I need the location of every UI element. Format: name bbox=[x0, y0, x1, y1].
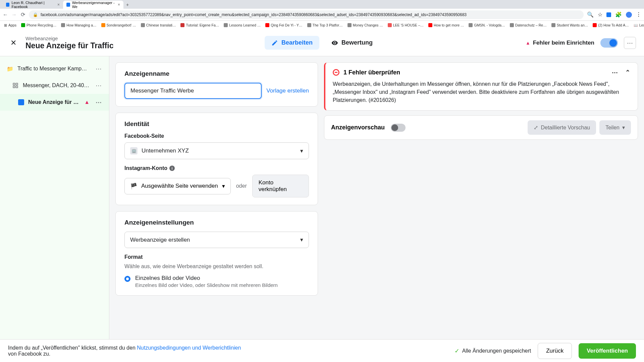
browser-tab[interactable]: Werbeanzeigenmanager - We × bbox=[63, 1, 123, 9]
tab-strip: Leon R. Chaudhari | Facebook × Werbeanze… bbox=[0, 0, 644, 9]
footer: Indem du auf „Veröffentlichen" klickst, … bbox=[0, 339, 644, 362]
chevron-down-icon: ▾ bbox=[300, 147, 303, 155]
more-icon[interactable]: ⋯ bbox=[94, 65, 104, 72]
info-icon[interactable]: i bbox=[169, 166, 175, 171]
url-text: facebook.com/adsmanager/manage/ads/edit?… bbox=[41, 12, 467, 17]
extension-icon[interactable] bbox=[606, 12, 611, 17]
button-label: Detaillierte Vorschau bbox=[541, 125, 590, 131]
zoom-icon[interactable]: 🔍 bbox=[587, 11, 594, 18]
menu-icon[interactable]: ⋮ bbox=[636, 11, 641, 18]
fb-page-select[interactable]: 🏢 Unternehmen XYZ ▾ bbox=[124, 142, 309, 159]
bookmark-item[interactable]: Tutorial: Eigene Fa… bbox=[180, 23, 219, 27]
saved-label: Alle Änderungen gespeichert bbox=[462, 348, 531, 354]
ig-select[interactable]: 🏴 Ausgewählte Seite verwenden ▾ bbox=[124, 178, 231, 194]
bookmarks-bar: ⊞ Apps Phone Recycling… How Managing a… … bbox=[0, 21, 644, 29]
preview-bar: Anzeigenvorschau ⤢ Detaillierte Vorschau… bbox=[324, 115, 638, 140]
sidebar-item-campaign[interactable]: 📁 Traffic to Messenger Kampa… ⋯ bbox=[0, 60, 109, 77]
ad-name-input[interactable] bbox=[124, 83, 262, 99]
sidebar-item-adset[interactable]: Messenger, DACH, 20-40, … ⋯ bbox=[0, 77, 109, 94]
lock-icon: 🔒 bbox=[33, 12, 38, 17]
bookmark-item[interactable]: Sonderangebot! … bbox=[101, 23, 136, 27]
folder-icon: 📁 bbox=[7, 65, 13, 72]
bookmark-item[interactable]: How Managing a… bbox=[61, 23, 96, 27]
error-panel: 1 Fehler überprüfen ⋯ ⌃ Werbeanzeigen, d… bbox=[324, 62, 638, 111]
dots-icon[interactable]: ⋯ bbox=[612, 69, 618, 76]
bookmark-item[interactable]: Chinese translati… bbox=[141, 23, 176, 27]
sidebar-label: Neue Anzeige für Tr… bbox=[28, 99, 80, 105]
bookmark-item[interactable]: Datenschutz – Re… bbox=[510, 23, 547, 27]
more-icon[interactable]: ⋯ bbox=[94, 82, 104, 89]
avatar-icon[interactable] bbox=[626, 12, 632, 18]
detailed-preview-button[interactable]: ⤢ Detaillierte Vorschau bbox=[528, 120, 596, 135]
url-bar[interactable]: 🔒 facebook.com/adsmanager/manage/ads/edi… bbox=[29, 10, 584, 19]
tab-edit[interactable]: Bearbeiten bbox=[265, 36, 319, 50]
close-button[interactable]: ✕ bbox=[8, 38, 19, 48]
flag-icon: 🏴 bbox=[130, 183, 137, 190]
terms-link[interactable]: Nutzungsbedingungen und Werberichtlinien bbox=[137, 345, 241, 351]
link-account-button[interactable]: Konto verknüpfen bbox=[252, 175, 309, 197]
bookmark-item[interactable]: Phone Recycling… bbox=[21, 23, 56, 27]
ad-icon bbox=[18, 99, 24, 105]
facebook-icon bbox=[66, 3, 70, 7]
create-template-link[interactable]: Vorlage erstellen bbox=[266, 87, 309, 94]
facebook-icon bbox=[6, 3, 9, 7]
bookmark-item[interactable]: (2) How To Add A… bbox=[593, 23, 629, 27]
more-button[interactable]: ⋯ bbox=[624, 37, 636, 49]
ad-type-select[interactable]: Werbeanzeige erstellen ▾ bbox=[124, 232, 309, 248]
share-button[interactable]: Teilen ▾ bbox=[599, 120, 631, 135]
new-tab-button[interactable]: + bbox=[123, 1, 131, 9]
saved-indicator: ✓ Alle Änderungen gespeichert bbox=[454, 347, 531, 355]
bookmark-item[interactable]: Student Wants an… bbox=[551, 23, 588, 27]
forward-icon[interactable]: → bbox=[11, 12, 17, 17]
page-title: Neue Anzeige für Traffic bbox=[25, 41, 113, 50]
error-body: Werbeanzeigen, die Unterhaltungen im Mes… bbox=[333, 80, 630, 104]
bookmark-item[interactable]: Qing Fei De Yi - Y… bbox=[265, 23, 302, 27]
star-icon[interactable]: ☆ bbox=[598, 11, 602, 18]
browser-tab[interactable]: Leon R. Chaudhari | Facebook × bbox=[3, 1, 63, 9]
section-heading: Anzeigeneinstellungen bbox=[124, 219, 309, 226]
bookmark-item[interactable]: GMSN. - Vologda… bbox=[469, 23, 505, 27]
svg-rect-2 bbox=[13, 86, 15, 88]
bookmark-item[interactable]: LEE 'S HOUSE –… bbox=[388, 23, 424, 27]
chevron-down-icon: ▾ bbox=[222, 183, 225, 190]
card-ad-settings: Anzeigeneinstellungen Werbeanzeige erste… bbox=[115, 211, 318, 296]
error-badge: ▲ Fehler beim Einrichten bbox=[526, 40, 594, 46]
back-button[interactable]: Zurück bbox=[538, 343, 572, 359]
apps-button[interactable]: ⊞ Apps bbox=[4, 23, 16, 27]
error-header[interactable]: 1 Fehler überprüfen ⋯ ⌃ bbox=[333, 69, 630, 76]
main-layout: 📁 Traffic to Messenger Kampa… ⋯ Messenge… bbox=[0, 56, 644, 339]
reading-list[interactable]: 📖 Leseliste bbox=[634, 23, 644, 27]
chevron-up-icon[interactable]: ⌃ bbox=[625, 69, 630, 76]
bookmark-item[interactable]: Money Changes … bbox=[347, 23, 383, 27]
page-icon: 🏢 bbox=[130, 147, 138, 155]
section-heading: Identität bbox=[124, 120, 309, 128]
tab-review[interactable]: Bewertung bbox=[325, 36, 379, 50]
button-label: Teilen bbox=[605, 125, 620, 131]
bookmark-item[interactable]: How to get more … bbox=[428, 23, 464, 27]
bookmark-item[interactable]: Lessons Learned … bbox=[224, 23, 261, 27]
format-label: Format bbox=[124, 254, 309, 260]
back-icon[interactable]: ← bbox=[3, 12, 8, 17]
extension-icon[interactable]: 🧩 bbox=[615, 11, 622, 18]
select-value: Unternehmen XYZ bbox=[142, 147, 189, 154]
close-icon[interactable]: × bbox=[57, 2, 60, 7]
close-icon[interactable]: × bbox=[118, 2, 120, 7]
format-option-single[interactable]: Einzelnes Bild oder Video Einzelnes Bild… bbox=[124, 275, 309, 288]
more-icon[interactable]: ⋯ bbox=[94, 99, 104, 106]
bookmark-item[interactable]: The Top 3 Platfor… bbox=[307, 23, 343, 27]
svg-rect-0 bbox=[13, 83, 15, 85]
header-tabs: Bearbeiten Bewertung bbox=[265, 36, 379, 50]
sidebar-item-ad[interactable]: Neue Anzeige für Tr… ▲ ⋯ bbox=[0, 94, 109, 111]
format-description: Wähle aus, wie deine Werbeanzeige gestal… bbox=[124, 263, 309, 269]
pencil-icon bbox=[271, 40, 278, 46]
right-column: 1 Fehler überprüfen ⋯ ⌃ Werbeanzeigen, d… bbox=[324, 56, 644, 339]
fb-page-label: Facebook-Seite bbox=[124, 133, 309, 139]
chevron-down-icon: ▾ bbox=[300, 236, 303, 243]
preview-toggle-small[interactable] bbox=[391, 124, 406, 132]
browser-chrome: Leon R. Chaudhari | Facebook × Werbeanze… bbox=[0, 0, 644, 29]
publish-button[interactable]: Veröffentlichen bbox=[579, 343, 636, 359]
nav-bar: ← → ⟳ 🔒 facebook.com/adsmanager/manage/a… bbox=[0, 9, 644, 21]
radio-selected-icon bbox=[124, 276, 130, 282]
reload-icon[interactable]: ⟳ bbox=[20, 12, 25, 17]
preview-toggle[interactable] bbox=[600, 38, 618, 48]
